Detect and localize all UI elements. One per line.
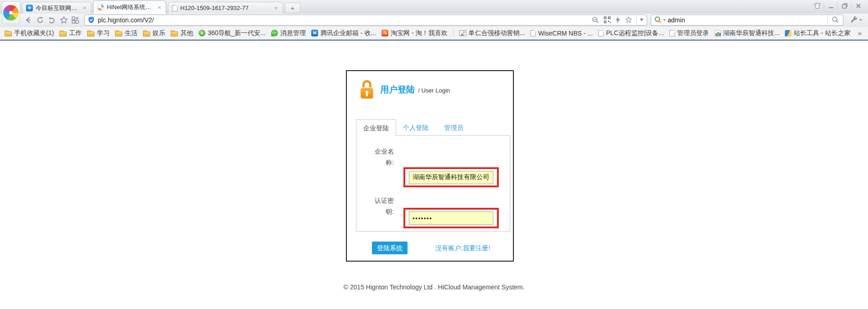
auth-key-input[interactable] [409, 211, 493, 225]
address-bar[interactable] [84, 15, 647, 26]
bookmark-huachen[interactable]: 湖南华辰智通科技... [715, 29, 780, 37]
bookmark-label: 生活 [125, 29, 137, 37]
chat-bubble-icon [271, 30, 278, 36]
company-name-label: 企业名称: [369, 146, 394, 168]
image-icon [459, 30, 466, 36]
tab-close-icon[interactable]: × [157, 5, 162, 10]
folder-icon [143, 31, 150, 36]
new-tab-button[interactable]: + [285, 3, 300, 13]
address-dropdown-button[interactable] [637, 15, 647, 25]
favorites-grid-button[interactable] [70, 15, 81, 26]
folder-icon [59, 31, 67, 36]
tab-h120[interactable]: H120-1509-1617-2932-77 × [168, 2, 283, 14]
login-title: 用户登陆 [380, 84, 415, 96]
back-icon [24, 15, 33, 25]
divider [851, 3, 852, 9]
bookmark-label: 其他 [180, 29, 193, 37]
login-tab-personal[interactable]: 个人登陆 [396, 119, 435, 136]
company-name-input[interactable] [409, 171, 493, 184]
bookmark-label: 站长工具 - 站长之家 [794, 29, 850, 37]
undo-button[interactable] [47, 15, 58, 26]
bookmark-label: 360导航_新一代安... [208, 29, 266, 37]
browser-logo-button[interactable] [2, 1, 20, 24]
tab-title: H120-1509-1617-2932-77 [180, 5, 271, 11]
bookmark-star-icon[interactable] [625, 16, 633, 24]
divider [824, 3, 824, 9]
bookmark-study[interactable]: 学习 [87, 29, 110, 37]
qr-code-icon[interactable] [603, 16, 611, 24]
bookmark-message-mgmt[interactable]: 消息管理 [271, 29, 306, 37]
bookmark-plc-monitor[interactable]: PLC远程监控|设备... [598, 29, 664, 37]
divider [837, 3, 838, 9]
search-engine-button[interactable] [651, 16, 668, 24]
bookmark-360nav[interactable]: +360导航_新一代安... [199, 29, 266, 37]
tab-close-icon[interactable]: × [273, 5, 279, 11]
company-input-highlight [403, 167, 499, 187]
bookmark-label: 腾讯企业邮箱 - 收... [320, 29, 376, 37]
tab-bar: 今 今目标互联网工作平台 × HiNet网络系统管理平台 × H120-1509… [0, 0, 868, 14]
back-button[interactable] [23, 15, 34, 26]
login-tab-enterprise[interactable]: 企业登陆 [356, 119, 396, 136]
grid-add-icon [71, 15, 80, 25]
bookmark-other[interactable]: 其他 [171, 29, 193, 37]
bookmark-life[interactable]: 生活 [115, 29, 137, 37]
footer-copyright: © 2015 Hignton Technology Ltd . HiCloud … [0, 283, 868, 291]
taobao-icon: 淘 [382, 30, 388, 36]
tab-title: 今目标互联网工作平台 [36, 4, 79, 12]
register-link[interactable]: 没有账户,我要注册! [435, 244, 490, 252]
page-favicon [172, 5, 178, 11]
jinmubiao-favicon: 今 [26, 5, 33, 11]
page-content: 用户登陆 / User Login 企业登陆 个人登陆 管理员 企业名称: 认证… [0, 41, 868, 309]
bookmark-label: 单仁合强移动营销... [469, 29, 525, 37]
magnifier-icon [831, 16, 839, 24]
bookmark-taobao[interactable]: 淘淘宝网 - 淘！我喜欢 [382, 29, 447, 37]
theme-skin-button[interactable] [811, 1, 823, 10]
favorite-star-button[interactable] [58, 15, 69, 26]
login-tab-admin[interactable]: 管理员 [435, 119, 472, 136]
page-icon [669, 30, 675, 36]
folder-icon [115, 31, 122, 36]
bookmark-chinaz[interactable]: 站长工具 - 站长之家 [785, 29, 850, 37]
bookmark-admin-login[interactable]: 管理员登录 [669, 29, 709, 37]
zoom-icon[interactable] [591, 16, 600, 24]
search-box[interactable] [651, 15, 843, 26]
bookmark-label: PLC远程监控|设备... [606, 29, 664, 37]
bookmark-mobile-favorites[interactable]: 手机收藏夹(1) [5, 29, 54, 37]
restore-icon [841, 2, 848, 10]
bookmark-label: 娱乐 [152, 29, 165, 37]
close-button[interactable] [852, 1, 864, 10]
bookmark-separator [453, 30, 454, 36]
bookmark-label: 学习 [97, 29, 110, 37]
bookmarks-overflow-button[interactable]: » [856, 29, 863, 37]
navigation-toolbar [0, 14, 868, 26]
lock-icon [360, 79, 374, 100]
bookmark-entertainment[interactable]: 娱乐 [143, 29, 165, 37]
close-icon [855, 2, 862, 10]
tools-menu-button[interactable] [848, 15, 864, 26]
speed-mode-lightning-icon[interactable] [615, 16, 621, 24]
tab-hinet-active[interactable]: HiNet网络系统管理平台 × [93, 0, 166, 14]
restore-button[interactable] [838, 1, 851, 10]
bookmark-tencent-mail[interactable]: M腾讯企业邮箱 - 收... [311, 29, 376, 37]
refresh-button[interactable] [35, 15, 46, 26]
site-safety-shield-icon[interactable] [88, 16, 95, 24]
url-input[interactable] [98, 16, 588, 24]
search-input[interactable] [668, 16, 827, 24]
bookmark-label: WiseCRM NBS - ... [538, 30, 593, 37]
shirt-icon [813, 2, 821, 10]
search-engine-q-icon [654, 16, 662, 24]
bookmark-work[interactable]: 工作 [59, 29, 82, 37]
tab-title: HiNet网络系统管理平台 [107, 3, 154, 11]
search-go-button[interactable] [828, 16, 843, 24]
minimize-button[interactable] [825, 1, 837, 10]
bookmark-label: 管理员登录 [677, 29, 709, 37]
bookmark-wisecrm[interactable]: WiseCRM NBS - ... [530, 30, 593, 37]
login-button[interactable]: 登陆系统 [372, 242, 408, 254]
bookmark-label: 工作 [69, 29, 82, 37]
chinaz-icon [785, 30, 791, 36]
tab-close-icon[interactable]: × [82, 5, 87, 11]
bookmark-shanren[interactable]: 单仁合强移动营销... [459, 29, 525, 37]
login-form-panel: 企业名称: 认证密钥: [356, 135, 510, 232]
auth-key-highlight [403, 208, 499, 228]
tab-jinmubiao[interactable]: 今 今目标互联网工作平台 × [22, 2, 91, 14]
